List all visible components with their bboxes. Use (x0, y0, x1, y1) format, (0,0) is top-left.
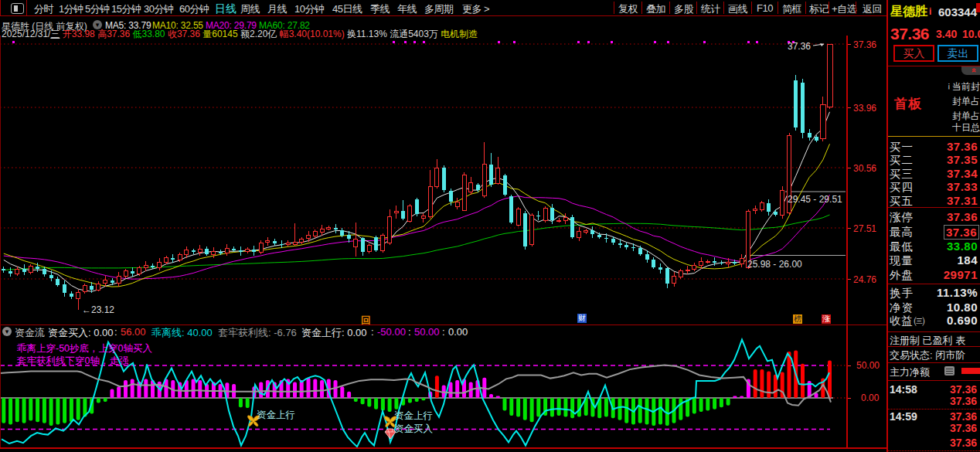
svg-text:资金上行: 资金上行 (394, 410, 433, 421)
svg-text:乖离上穿-50抄底，上穿0轴买入: 乖离上穿-50抄底，上穿0轴买入 (16, 343, 153, 354)
svg-text:资金买入: 资金买入 (394, 423, 434, 434)
svg-text:资金上行: 资金上行 (257, 410, 295, 420)
svg-text:套牢获利线下穿0轴，走强: 套牢获利线下穿0轴，走强 (17, 355, 129, 366)
